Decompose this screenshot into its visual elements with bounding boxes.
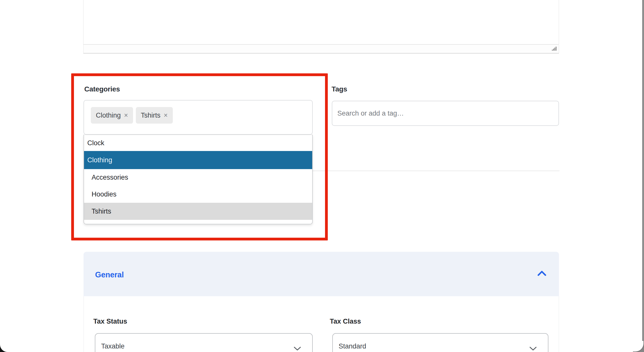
dropdown-option[interactable]: Accessories <box>84 169 312 186</box>
resize-grip-icon[interactable] <box>552 46 557 51</box>
window-corner-bottom-right <box>633 341 644 352</box>
tax-class-value: Standard <box>339 342 366 350</box>
general-section: General Tax Status Tax Class Taxable Sta… <box>84 252 559 352</box>
tags-input-wrapper <box>332 101 559 126</box>
tax-status-select[interactable]: Taxable <box>95 333 313 352</box>
tags-input[interactable] <box>332 101 558 125</box>
dropdown-option[interactable]: Clock <box>84 135 312 151</box>
tax-class-label: Tax Class <box>330 318 361 325</box>
categories-label: Categories <box>84 86 120 93</box>
window-right-edge <box>642 0 644 352</box>
general-section-header[interactable]: General <box>84 252 559 296</box>
categories-input[interactable]: Clothing × Tshirts × <box>84 100 313 135</box>
categories-dropdown: Clock Clothing Accessories Hoodies Tshir… <box>84 135 313 224</box>
tax-class-select[interactable]: Standard <box>332 333 548 352</box>
editor-statusbar <box>83 44 559 54</box>
description-editor[interactable] <box>83 0 559 44</box>
chevron-down-icon <box>529 345 537 349</box>
chip-label: Clothing <box>96 112 121 119</box>
remove-chip-icon[interactable]: × <box>124 112 128 119</box>
dropdown-option-selected[interactable]: Tshirts <box>84 203 312 220</box>
tax-status-label: Tax Status <box>93 318 127 325</box>
chevron-up-icon[interactable] <box>537 270 546 276</box>
general-section-title: General <box>95 270 124 279</box>
category-chip: Clothing × <box>91 107 133 124</box>
tax-status-value: Taxable <box>101 342 125 350</box>
remove-chip-icon[interactable]: × <box>164 112 168 119</box>
dropdown-option[interactable]: Hoodies <box>84 186 312 203</box>
chevron-down-icon <box>294 345 301 349</box>
window-corner-bottom-left <box>0 343 9 352</box>
dropdown-option-highlighted[interactable]: Clothing <box>84 151 312 169</box>
category-chip: Tshirts × <box>136 107 173 124</box>
chip-label: Tshirts <box>141 112 160 119</box>
tags-label: Tags <box>332 86 347 93</box>
